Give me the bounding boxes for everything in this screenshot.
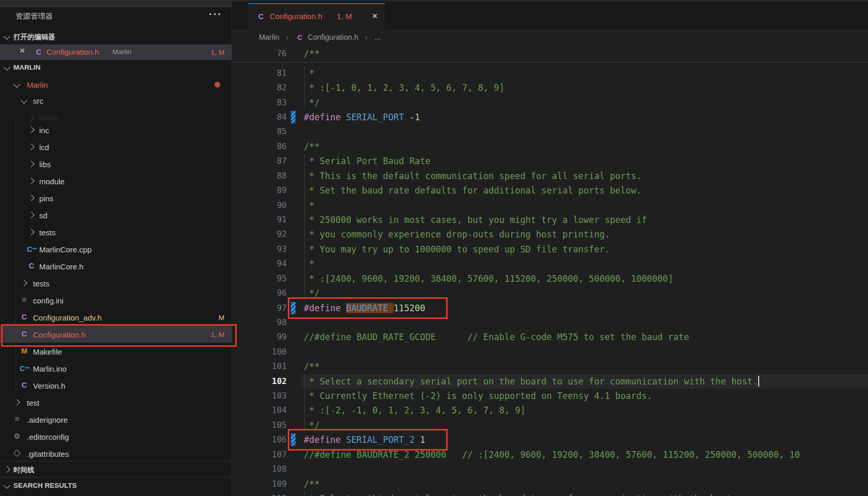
code-text: * Serial Port Baud Rate — [304, 154, 431, 168]
tree-item-Configuration_adv.h[interactable]: CConfiguration_adv.hM — [0, 309, 232, 326]
code-text: /** — [304, 477, 320, 491]
tree-item-Configuration.h[interactable]: CConfiguration.h1, M — [0, 326, 232, 343]
tree-item-.editorconfig[interactable]: ⚙.editorconfig — [0, 428, 232, 445]
code-line-86[interactable]: 86/** — [232, 139, 868, 154]
tree-item-src[interactable]: src — [0, 92, 232, 109]
code-line-89[interactable]: 89 * Set the baud rate defaults for addi… — [232, 183, 868, 198]
chevron-down-icon — [13, 81, 20, 88]
tree-item-label: Configuration.h — [33, 330, 86, 339]
sticky-line-text: /** — [304, 46, 320, 61]
code-text: //#define BAUDRATE_2 250000 // :[2400, 9… — [304, 447, 800, 462]
tree-item-label: tests — [33, 279, 50, 287]
open-editor-item[interactable]: × C Configuration.h Marlin 1, M — [0, 44, 232, 60]
code-line-90[interactable]: 90 * — [232, 198, 868, 213]
tree-item-inc[interactable]: inc — [0, 121, 232, 138]
code-line-87[interactable]: 87 * Serial Port Baud Rate — [232, 154, 868, 168]
tree-item-.gitattributes[interactable]: .gitattributes — [0, 445, 232, 462]
code-line-108[interactable]: 108 — [232, 462, 868, 476]
code-text: #define SERIAL_PORT -1 — [304, 110, 420, 124]
code-line-94[interactable]: 94 * — [232, 257, 868, 271]
tree-item-libs[interactable]: libs — [0, 155, 232, 172]
code-line-110[interactable]: 110 * Select a third serial port on the … — [232, 491, 868, 496]
code-line-85[interactable]: 85 — [232, 124, 868, 139]
tree-item-lcd[interactable]: lcd — [0, 138, 232, 155]
sticky-scroll-line[interactable]: 76 /** — [232, 46, 868, 62]
error-dot-indicator — [215, 82, 220, 87]
code-line-93[interactable]: 93 * You may try up to 1000000 to speed … — [232, 242, 868, 257]
section-workspace[interactable]: MARLIN — [0, 60, 232, 75]
cpp-file-icon: C++ — [20, 363, 29, 373]
decoration-badge: 1, M — [211, 330, 224, 338]
tree-item-label: test — [27, 398, 39, 407]
code-line-102[interactable]: 102 * Select a secondary serial port on … — [232, 374, 868, 389]
tree-item-label: .editorconfig — [27, 432, 69, 441]
chevron-right-icon — [28, 114, 35, 121]
code-line-84[interactable]: 84#define SERIAL_PORT -1 — [232, 110, 868, 124]
code-line-91[interactable]: 91 * 250000 works in most cases, but you… — [232, 213, 868, 227]
code-line-81[interactable]: 81 * — [232, 66, 868, 81]
code-line-92[interactable]: 92 * you commonly experience drop-outs d… — [232, 227, 868, 242]
line-number: 86 — [232, 139, 287, 154]
line-number: 104 — [232, 403, 287, 418]
line-number: 106 — [232, 433, 287, 447]
code-line-101[interactable]: 101/** — [232, 359, 868, 374]
close-icon[interactable]: × — [372, 10, 378, 22]
code-line-98[interactable]: 98 — [232, 315, 868, 330]
tree-item-tests[interactable]: tests — [0, 223, 232, 241]
code-line-82[interactable]: 82 * :[-1, 0, 1, 2, 3, 4, 5, 6, 7, 8, 9] — [232, 81, 868, 95]
code-area: 76 /** 81 *82 * :[-1, 0, 1, 2, 3, 4, 5, … — [232, 46, 868, 496]
section-search-results[interactable]: SEARCH RESULTS — [0, 477, 232, 496]
chevron-right-icon — [28, 143, 35, 150]
line-number: 88 — [232, 169, 287, 183]
code-line-83[interactable]: 83 */ — [232, 95, 868, 110]
more-actions-icon[interactable]: ··· — [209, 8, 222, 20]
code-text: * Set the baud rate defaults for additio… — [304, 183, 642, 198]
breadcrumb: Marlin › C Configuration.h › ... — [232, 29, 868, 46]
code-line-109[interactable]: 109/** — [232, 477, 868, 491]
tree-item-.aiderignore[interactable]: ≡.aiderignore — [0, 411, 232, 428]
code-text: /** — [304, 359, 320, 374]
code-line-97[interactable]: 97#define BAUDRATE 115200 — [232, 301, 868, 315]
tree-item-config.ini[interactable]: ≡config.ini — [0, 292, 232, 309]
chevron-right-icon — [28, 126, 35, 133]
code-line-95[interactable]: 95 * :[2400, 9600, 19200, 38400, 57600, … — [232, 271, 868, 286]
tree-item-pins[interactable]: pins — [0, 189, 232, 206]
workspace-label: MARLIN — [13, 63, 41, 71]
tree-item-MarlinCore.cpp[interactable]: C++MarlinCore.cpp — [0, 241, 232, 258]
tab-configuration-h[interactable]: C Configuration.h 1, M × — [248, 3, 385, 30]
sidebar-title-row: 资源管理器 ··· — [0, 7, 232, 26]
breadcrumb-item-symbol[interactable]: ... — [374, 33, 381, 41]
line-number: 109 — [232, 477, 287, 491]
code-line-100[interactable]: 100 — [232, 345, 868, 359]
chevron-down-icon — [21, 97, 27, 104]
code-text: #define BAUDRATE 115200 — [304, 301, 425, 315]
section-timeline[interactable]: 时间线 — [0, 461, 232, 477]
code-line-103[interactable]: 103 * Currently Ethernet (-2) is only su… — [232, 389, 868, 403]
code-line-107[interactable]: 107//#define BAUDRATE_2 250000 // :[2400… — [232, 447, 868, 462]
tree-item-test[interactable]: test — [0, 394, 232, 411]
tree-item-Makefile[interactable]: MMakefile — [0, 343, 232, 360]
makefile-icon: M — [20, 346, 29, 356]
tree-item-tests[interactable]: tests — [0, 275, 232, 292]
tree-item-Version.h[interactable]: CVersion.h — [0, 377, 232, 394]
code-line-96[interactable]: 96 */ — [232, 286, 868, 300]
tree-item-Marlin.ino[interactable]: C++Marlin.ino — [0, 360, 232, 377]
line-number: 105 — [232, 418, 287, 433]
tree-item-sd[interactable]: sd — [0, 206, 232, 223]
close-icon[interactable]: × — [20, 45, 25, 56]
tree-item-module[interactable]: module — [0, 172, 232, 189]
section-open-editors[interactable]: 打开的编辑器 — [0, 29, 232, 44]
code-line-106[interactable]: 106#define SERIAL_PORT_2 1 — [232, 433, 868, 447]
code-line-105[interactable]: 105 */ — [232, 418, 868, 433]
tree-item-Marlin[interactable]: Marlin — [0, 76, 232, 93]
tree-item-MarlinCore.h[interactable]: CMarlinCore.h — [0, 258, 232, 275]
code-line-104[interactable]: 104 * :[-2, -1, 0, 1, 2, 3, 4, 5, 6, 7, … — [232, 403, 868, 418]
breadcrumb-item-file[interactable]: Configuration.h — [307, 33, 358, 41]
code-line-99[interactable]: 99//#define BAUD_RATE_GCODE // Enable G-… — [232, 330, 868, 344]
chevron-down-icon — [4, 482, 10, 489]
code-line-88[interactable]: 88 * This is the default communication s… — [232, 169, 868, 183]
tab-badge: 1, M — [337, 12, 352, 21]
code-text: * Currently Ethernet (-2) is only suppor… — [304, 389, 652, 403]
breadcrumb-item-marlin[interactable]: Marlin — [259, 33, 279, 41]
chevron-right-icon — [28, 178, 35, 184]
